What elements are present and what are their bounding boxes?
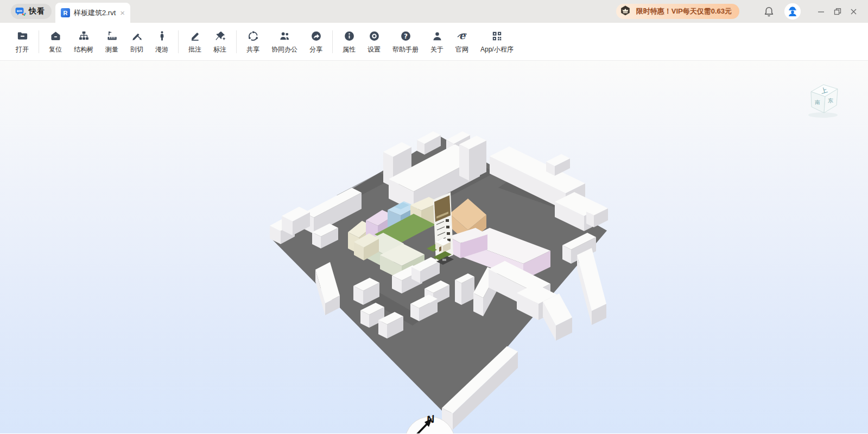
toolbar-label: 结构树 [74,45,93,54]
measure-icon [106,29,118,42]
toolbar-label: 标注 [213,45,226,54]
toolbar-label: 复位 [49,45,62,54]
toolbar-label: 批注 [188,45,201,54]
document-tab[interactable]: R 样板建筑2.rvt × [55,3,130,23]
toolbar-button-properties-info[interactable]: 属性 [337,29,362,54]
toolbar-divider [178,30,179,53]
toolbar-label: 打开 [16,45,29,54]
qr-code-icon [491,29,503,42]
toolbar-button-about-person[interactable]: 关于 [425,29,449,54]
walkthrough-person-icon [156,29,168,42]
section-cut-icon [131,29,143,42]
toolbar-button-home-reset[interactable]: 复位 [43,29,68,54]
toolbar-button-measure[interactable]: 测量 [99,29,124,54]
svg-text:e: e [459,30,466,41]
toolbar-label: 测量 [105,45,118,54]
structure-tree-icon [78,29,90,42]
svg-text:?: ? [404,32,408,40]
folder-open-icon [16,29,29,42]
bim-chat-logo-icon: BIM [15,6,26,17]
toolbar-button-structure-tree[interactable]: 结构树 [68,29,99,54]
toolbar-label: 协同办公 [271,45,297,54]
toolbar-button-settings-ring[interactable]: 设置 [362,29,387,54]
toolbar-label: 设置 [368,45,381,54]
toolbar-label: 剖切 [130,45,143,54]
settings-ring-icon [368,29,381,42]
app-name: 快看 [29,7,45,16]
svg-text:BIM: BIM [17,10,22,12]
annotate-pen-icon [189,29,201,42]
toolbar-button-help-question[interactable]: ?帮助手册 [387,29,425,54]
vip-crown-badge-icon [618,4,632,18]
minimize-button[interactable] [813,3,829,20]
titlebar: BIM 快看 R 样板建筑2.rvt × 限时特惠！VIP每天仅需0.63元 [0,0,868,23]
properties-info-icon [343,29,356,42]
toolbar-label: App/小程序 [480,45,514,54]
user-avatar[interactable] [784,3,801,20]
toolbar-button-website-e[interactable]: e官网 [449,29,474,54]
toolbar-button-walkthrough-person[interactable]: 漫游 [149,29,174,54]
home-reset-icon [49,29,62,42]
toolbar-button-collaborate-people[interactable]: 协同办公 [265,29,303,54]
promo-text: 限时特惠！VIP每天仅需0.63元 [636,7,732,16]
toolbar-button-markup-pin[interactable]: 标注 [207,29,232,54]
revit-file-icon: R [61,8,70,17]
toolbar-button-annotate-pen[interactable]: 批注 [182,29,207,54]
about-person-icon [431,29,443,42]
toolbar-button-share-sync[interactable]: 共享 [240,29,265,54]
toolbar-label: 帮助手册 [392,45,419,54]
toolbar-divider [39,30,39,53]
maximize-restore-button[interactable] [829,3,845,20]
toolbar-button-share-arrow[interactable]: 分享 [303,29,328,54]
collaborate-people-icon [278,29,291,42]
toolbar-label: 官网 [455,45,468,54]
tab-close-icon[interactable]: × [120,9,125,17]
share-arrow-icon [310,29,322,42]
toolbar-label: 分享 [309,45,322,54]
toolbar-divider [332,30,333,53]
close-window-button[interactable] [845,3,861,20]
vip-promo-banner[interactable]: 限时特惠！VIP每天仅需0.63元 [616,4,739,19]
tab-title: 样板建筑2.rvt [74,8,116,18]
viewport-3d[interactable]: 上 南 东 N [0,61,868,433]
toolbar-divider [236,30,237,53]
toolbar-button-section-cut[interactable]: 剖切 [124,29,149,54]
toolbar-label: 漫游 [155,45,168,54]
toolbar-label: 属性 [343,45,356,54]
share-sync-icon [247,29,259,42]
view-cube-left-label[interactable]: 南 [815,99,820,105]
app-logo-button[interactable]: BIM 快看 [11,4,52,19]
help-question-icon: ? [400,29,412,42]
toolbar-button-qr-code[interactable]: App/小程序 [474,29,519,54]
view-cube-right-label[interactable]: 东 [828,98,833,104]
toolbar-button-folder-open[interactable]: 打开 [10,29,35,54]
toolbar-label: 关于 [430,45,443,54]
notification-bell-icon[interactable] [763,6,775,17]
main-toolbar: 打开复位结构树测量剖切漫游批注标注共享协同办公分享属性设置?帮助手册关于e官网A… [0,23,868,61]
markup-pin-icon [214,29,226,42]
website-e-icon: e [456,29,468,42]
toolbar-label: 共享 [246,45,259,54]
